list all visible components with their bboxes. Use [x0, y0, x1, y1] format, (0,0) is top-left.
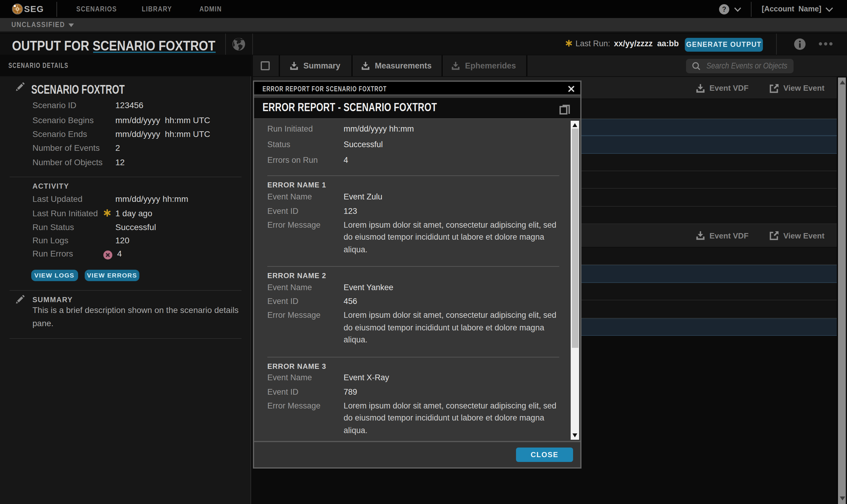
svg-text:?: ? [722, 5, 726, 13]
